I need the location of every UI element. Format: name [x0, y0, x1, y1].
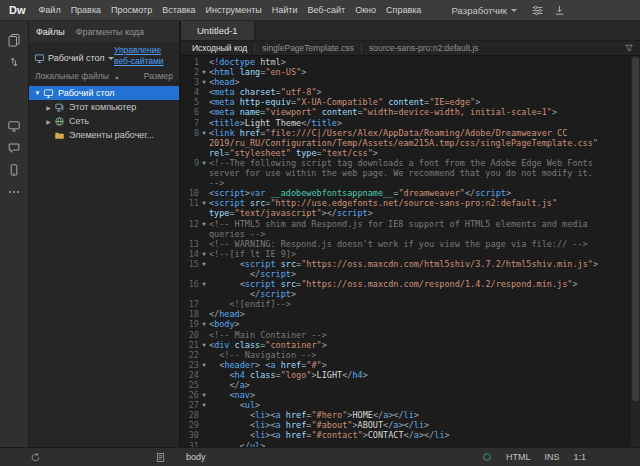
doctype-label[interactable]: HTML: [506, 452, 531, 462]
menu-item[interactable]: Веб-сайт: [302, 0, 350, 20]
code-line[interactable]: 1<!doctype html>: [181, 57, 630, 67]
code-line[interactable]: 8▼<link href="file:///C|/Users/Alex/AppD…: [181, 128, 630, 138]
code-fold-icon[interactable]: ▼: [199, 128, 209, 138]
code-fold-icon[interactable]: ▼: [199, 319, 209, 329]
code-line[interactable]: </script>: [181, 289, 630, 299]
code-line[interactable]: </script>: [181, 269, 630, 279]
code-line[interactable]: -->: [181, 178, 630, 188]
code-line[interactable]: 14▼<!--[if lt IE 9]>: [181, 249, 630, 259]
expand-icon[interactable]: ▶: [44, 118, 53, 125]
code-line[interactable]: 29 <li><a href="#about">ABOUT</a></li>: [181, 420, 630, 430]
menu-item[interactable]: Файл: [34, 0, 66, 20]
code-line[interactable]: 18</head>: [181, 309, 630, 319]
statusbar-right: HTML INS 1:1: [482, 452, 632, 462]
code-fold-icon[interactable]: ▼: [199, 340, 209, 350]
menu-item[interactable]: Просмотр: [106, 0, 157, 20]
code-line[interactable]: 10<script>var __adobewebfontsappname__="…: [181, 188, 630, 198]
tree-item[interactable]: ▶Сеть: [29, 114, 179, 128]
panel-tab[interactable]: Фрагменты кода: [76, 27, 145, 37]
settings-sliders-icon[interactable]: [531, 4, 544, 17]
code-line[interactable]: 21▼<div class="container">: [181, 340, 630, 350]
dreamweaver-logo: Dw: [0, 4, 34, 16]
code-line[interactable]: 27▼ <ul>: [181, 400, 630, 410]
code-fold-icon[interactable]: ▼: [199, 360, 209, 370]
code-line[interactable]: 9▼<!--The following script tag downloads…: [181, 158, 630, 168]
site-selector[interactable]: Рабочий стол: [34, 49, 114, 67]
code-line[interactable]: 15▼ <script src="https://oss.maxcdn.com/…: [181, 259, 630, 269]
device-preview-icon[interactable]: [4, 160, 24, 180]
code-line[interactable]: 17 <![endif]-->: [181, 299, 630, 309]
code-view[interactable]: 1<!doctype html>2▼<html lang="en-US">3▼<…: [181, 56, 630, 447]
filter-icon[interactable]: [624, 43, 634, 53]
code-line[interactable]: 22 <!-- Navigation -->: [181, 350, 630, 360]
code-line[interactable]: queries -->: [181, 229, 630, 239]
code-fold-icon[interactable]: ▼: [199, 67, 209, 77]
site-row: Рабочий стол Управление веб-сайтами: [29, 42, 179, 68]
code-line[interactable]: rel="stylesheet" type="text/css">: [181, 148, 630, 158]
tag-selector-body[interactable]: body: [186, 452, 206, 462]
scrollbar-thumb[interactable]: [632, 57, 639, 401]
download-icon[interactable]: [553, 4, 566, 17]
code-line[interactable]: 6<meta name="viewport" content="width=de…: [181, 107, 630, 117]
menu-item[interactable]: Правка: [66, 0, 106, 20]
code-fold-icon[interactable]: ▼: [199, 400, 209, 410]
code-line[interactable]: 26▼ <nav>: [181, 390, 630, 400]
refresh-icon[interactable]: [30, 452, 41, 463]
menu-item[interactable]: Справка: [381, 0, 426, 20]
code-line[interactable]: 2▼<html lang="en-US">: [181, 67, 630, 77]
vertical-scrollbar[interactable]: [630, 56, 640, 447]
code-fold-icon[interactable]: ▼: [199, 198, 209, 208]
code-line[interactable]: 13<!-- WARNING: Respond.js doesn't work …: [181, 239, 630, 249]
code-fold-icon[interactable]: ▼: [199, 77, 209, 87]
code-line[interactable]: 11▼<script src="http://use.edgefonts.net…: [181, 198, 630, 208]
code-line[interactable]: 3▼<head>: [181, 77, 630, 87]
documents-icon[interactable]: [4, 30, 24, 50]
code-line[interactable]: 4<meta charset="utf-8">: [181, 87, 630, 97]
tree-item[interactable]: ▼Рабочий стол: [29, 86, 179, 100]
code-fold-icon[interactable]: ▼: [199, 249, 209, 259]
document-tab[interactable]: Untitled-1: [181, 21, 255, 40]
code-line[interactable]: server for use within the web page. We r…: [181, 168, 630, 178]
related-file[interactable]: singlePageTemplate.css: [255, 43, 361, 53]
code-line[interactable]: 2019/ru_RU/Configuration/Temp/Assets/eam…: [181, 138, 630, 148]
panel-tab[interactable]: Файлы: [36, 27, 65, 37]
code-line[interactable]: type="text/javascript"></script>: [181, 208, 630, 218]
file-management-icon[interactable]: [4, 52, 24, 72]
column-local-files[interactable]: Локальные файлы ▲: [35, 71, 120, 81]
code-line[interactable]: 24 <h4 class="logo">LIGHT</h4>: [181, 370, 630, 380]
code-fold-icon[interactable]: ▼: [199, 158, 209, 168]
expand-icon[interactable]: ▶: [44, 104, 53, 111]
code-fold-icon[interactable]: ▼: [199, 390, 209, 400]
related-file[interactable]: source-sans-pro:n2:default.js: [362, 43, 486, 53]
code-line[interactable]: 7<title>Light Theme</title>: [181, 118, 630, 128]
more-options-icon[interactable]: [4, 182, 24, 202]
sort-asc-icon: ▲: [114, 74, 119, 80]
code-line[interactable]: 30 <li><a href="#contact">CONTACT</a></l…: [181, 430, 630, 440]
collapse-icon[interactable]: ▼: [33, 90, 42, 96]
code-line[interactable]: 5<meta http-equiv="X-UA-Compatible" cont…: [181, 97, 630, 107]
comments-icon[interactable]: [4, 138, 24, 158]
tree-item[interactable]: ▶Этот компьютер: [29, 100, 179, 114]
code-line[interactable]: 23▼ <header> <a href="#">: [181, 360, 630, 370]
menu-item[interactable]: Инструменты: [201, 0, 267, 20]
code-line[interactable]: 20<!-- Main Container -->: [181, 330, 630, 340]
code-line[interactable]: 25 </a>: [181, 380, 630, 390]
live-preview-icon[interactable]: [4, 116, 24, 136]
lint-status-icon[interactable]: [482, 452, 492, 462]
code-line[interactable]: 19▼<body>: [181, 319, 630, 329]
code-line[interactable]: 16▼ <script src="https://oss.maxcdn.com/…: [181, 279, 630, 289]
code-line[interactable]: 28 <li><a href="#hero">HOME</a></li>: [181, 410, 630, 420]
manage-sites-link[interactable]: Управление веб-сайтами: [114, 45, 176, 67]
code-fold-icon[interactable]: ▼: [199, 219, 209, 229]
code-fold-icon[interactable]: ▼: [199, 259, 209, 269]
related-file[interactable]: Исходный код: [185, 43, 254, 53]
menu-item[interactable]: Вставка: [157, 0, 200, 20]
menu-item[interactable]: Найти: [267, 0, 303, 20]
tree-item[interactable]: Элементы рабочег...: [29, 128, 179, 142]
log-icon[interactable]: [155, 452, 166, 463]
code-line[interactable]: 12▼<!-- HTML5 shim and Respond.js for IE…: [181, 219, 630, 229]
column-size[interactable]: Размер: [144, 71, 173, 81]
workspace-switcher[interactable]: Разработчик: [452, 5, 517, 16]
code-fold-icon[interactable]: ▼: [199, 279, 209, 289]
menu-item[interactable]: Окно: [350, 0, 381, 20]
